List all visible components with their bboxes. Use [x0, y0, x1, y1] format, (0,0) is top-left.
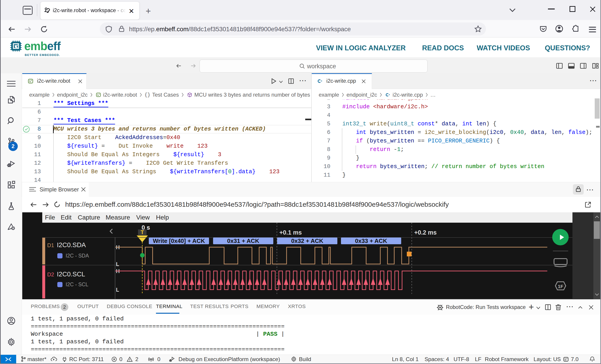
- svg-text:1F: 1F: [558, 284, 563, 289]
